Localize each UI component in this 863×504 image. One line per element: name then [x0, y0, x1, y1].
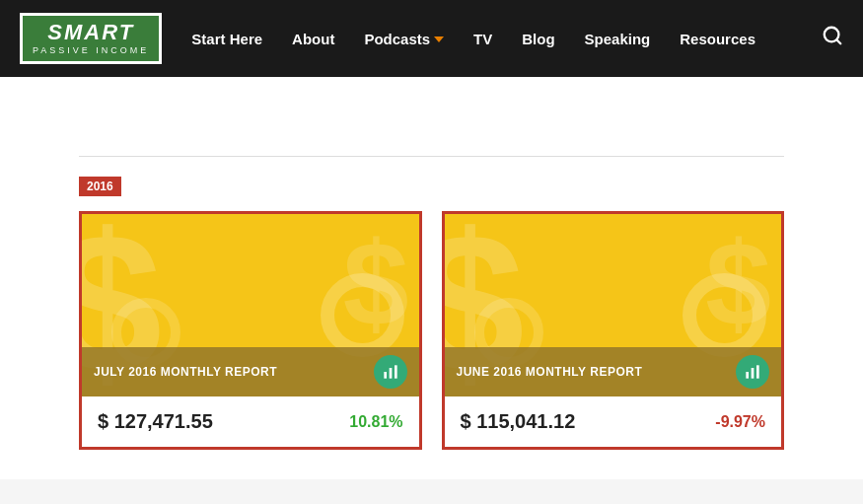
chart-icon-june	[745, 364, 760, 380]
logo-bottom-text: PASSIVE INCOME	[33, 45, 149, 55]
card-label-july: JULY 2016 MONTHLY REPORT	[94, 365, 277, 379]
card-july-2016: $ $ JULY 2016 MONTHLY REPORT	[79, 211, 422, 450]
nav-speaking[interactable]: Speaking	[585, 31, 651, 47]
svg-rect-6	[752, 368, 755, 379]
chart-button-july[interactable]	[374, 355, 407, 389]
nav-blog[interactable]: Blog	[522, 31, 554, 47]
nav-resources[interactable]: Resources	[680, 31, 755, 47]
logo-top-text: SMART	[33, 22, 149, 43]
cards-grid: $ $ JULY 2016 MONTHLY REPORT	[79, 211, 784, 450]
nav-about[interactable]: About	[292, 31, 334, 47]
nav-start-here[interactable]: Start Here	[191, 31, 262, 47]
card-change-july: 10.81%	[349, 413, 402, 431]
search-button[interactable]	[822, 25, 843, 52]
site-header: SMART PASSIVE INCOME Start Here About Po…	[0, 0, 863, 77]
svg-rect-3	[389, 368, 392, 379]
card-image-june: $ $ JUNE 2016 MONTHLY REPORT	[445, 214, 782, 396]
nav-tv[interactable]: TV	[473, 31, 492, 47]
deco-coin-1	[321, 273, 404, 357]
spacer	[79, 97, 784, 156]
card-amount-july: $ 127,471.55	[98, 410, 213, 433]
card-june-2016: $ $ JUNE 2016 MONTHLY REPORT	[442, 211, 785, 450]
card-image-july: $ $ JULY 2016 MONTHLY REPORT	[82, 214, 419, 396]
card-stats-july: $ 127,471.55 10.81%	[82, 396, 419, 447]
podcasts-dropdown-arrow	[434, 36, 444, 42]
main-nav: Start Here About Podcasts TV Blog Speaki…	[191, 31, 822, 47]
card-stats-june: $ 115,041.12 -9.97%	[445, 396, 782, 447]
year-badge: 2016	[79, 177, 121, 196]
card-change-june: -9.97%	[715, 413, 765, 431]
card-amount-june: $ 115,041.12	[461, 410, 576, 433]
site-logo[interactable]: SMART PASSIVE INCOME	[20, 13, 162, 64]
nav-podcasts-wrap: Podcasts	[364, 31, 444, 47]
svg-rect-5	[746, 372, 749, 379]
separator	[79, 156, 784, 157]
search-icon	[822, 25, 843, 46]
svg-rect-4	[395, 365, 397, 378]
card-label-bar-june: JUNE 2016 MONTHLY REPORT	[445, 347, 782, 396]
svg-rect-7	[756, 365, 759, 378]
svg-line-1	[836, 39, 840, 43]
svg-rect-2	[384, 372, 387, 379]
card-label-bar-july: JULY 2016 MONTHLY REPORT	[82, 347, 419, 396]
chart-button-june[interactable]	[736, 355, 769, 389]
card-label-june: JUNE 2016 MONTHLY REPORT	[457, 365, 643, 379]
chart-icon-july	[383, 364, 398, 380]
main-content: 2016 $ $ JULY 2016 MONTHLY REPORT	[0, 77, 863, 479]
nav-podcasts[interactable]: Podcasts	[364, 31, 430, 47]
deco-coin-2	[683, 273, 766, 357]
